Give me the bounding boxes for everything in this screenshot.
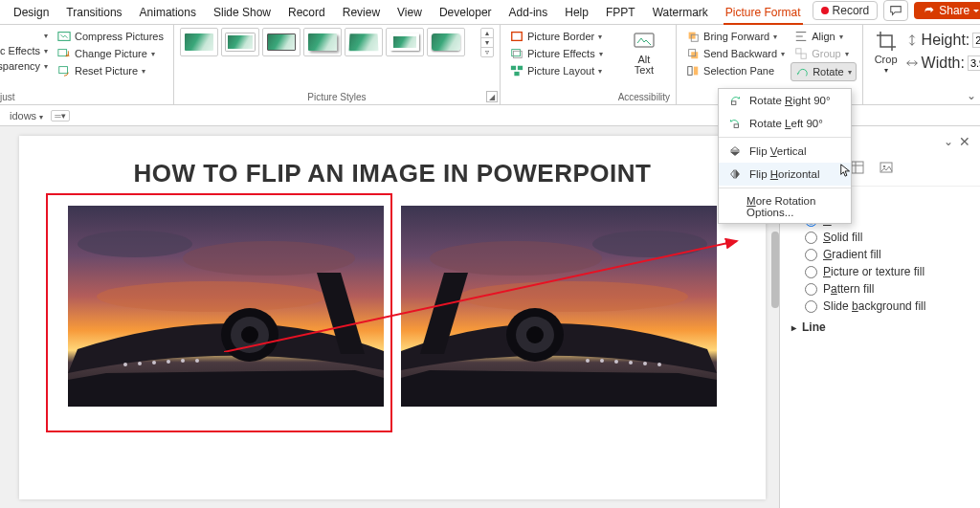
style-thumb[interactable] [427,28,465,56]
fill-pattern[interactable]: Pattern fill [805,282,969,296]
width-label: Width: [922,55,965,72]
group-label-adjust: just [0,90,167,102]
record-button[interactable]: Record [813,1,879,20]
crop-button[interactable]: Crop▾ [869,28,903,77]
compress-pictures-button[interactable]: Compress Pictures [54,28,167,45]
transparency-split[interactable]: sparency▾ [0,58,52,74]
tab-fppt[interactable]: FPPT [598,2,643,24]
tab-addins[interactable]: Add-ins [501,2,556,24]
tab-watermark[interactable]: Watermark [645,2,716,24]
fill-gradient[interactable]: Gradient fill [805,248,969,261]
reset-picture-icon [57,64,71,77]
slide-image-right[interactable] [401,206,717,407]
artistic-effects-split[interactable]: tic Effects▾ [0,43,52,58]
style-gallery-scroll[interactable]: ▴ ▾ ▿ [480,28,494,57]
gallery-down-icon[interactable]: ▾ [481,37,493,47]
svg-rect-8 [514,72,519,76]
style-thumb[interactable] [180,28,218,56]
collapse-ribbon-button[interactable]: ⌄ [967,89,976,102]
comments-button[interactable] [883,0,908,21]
group-adjust: ▾ tic Effects▾ sparency▾ Compress Pictur… [0,25,174,104]
style-thumb[interactable] [221,28,259,56]
tab-record[interactable]: Record [280,2,333,24]
picture-layout-button[interactable]: Picture Layout▾ [506,62,607,79]
windows-menu[interactable]: idows ▾ [6,108,47,123]
picture-border-button[interactable]: Picture Border▾ [506,28,607,45]
pane-tab-picture[interactable] [876,157,897,178]
selection-pane-button[interactable]: Selection Pane [682,62,789,79]
slide-canvas[interactable]: HOW TO FLIP AN IMAGE IN POWERPOINT [19,136,766,499]
rotate-button[interactable]: Rotate▾ [791,62,856,81]
line-section-header[interactable]: ▸Line [791,320,969,334]
picture-effects-button[interactable]: Picture Effects▾ [506,45,607,62]
svg-point-32 [195,359,199,363]
rotate-left-icon [728,117,742,130]
group-picture-styles: ▴ ▾ ▿ Picture Styles ◢ [174,25,501,104]
pane-close-button[interactable]: ✕ [959,134,970,149]
selection-pane-icon [686,64,700,77]
flip-horizontal[interactable]: Flip Horizontal [719,163,851,186]
fill-picture[interactable]: Picture or texture fill [805,265,969,278]
style-thumb[interactable] [345,28,383,56]
width-field[interactable]: Width: ▴▾ [905,55,980,72]
tab-animations[interactable]: Animations [132,2,204,24]
fill-slidebg[interactable]: Slide background fill [805,299,969,313]
svg-rect-14 [688,67,692,76]
height-field[interactable]: Height: ▴▾ [905,32,980,49]
record-dot-icon [821,7,829,14]
svg-rect-17 [801,54,806,58]
bring-forward-button[interactable]: Bring Forward▾ [682,28,789,45]
scrollbar-thumb[interactable] [771,232,779,308]
reset-picture-button[interactable]: Reset Picture▾ [54,62,167,79]
rotate-right-90[interactable]: Rotate Right 90° [719,89,851,112]
send-backward-button[interactable]: Send Backward▾ [682,45,789,62]
rotate-dropdown: Rotate Right 90° Rotate Left 90° Flip Ve… [718,88,852,224]
slide-title: HOW TO FLIP AN IMAGE IN POWERPOINT [19,159,766,188]
flip-vertical-icon [728,144,742,158]
svg-rect-19 [734,124,738,128]
tab-picture-format[interactable]: Picture Format [718,2,809,24]
svg-rect-1 [58,50,67,56]
picture-style-gallery[interactable] [180,28,477,57]
gallery-up-icon[interactable]: ▴ [481,29,493,37]
gallery-more-icon[interactable]: ▿ [481,47,493,56]
tab-transitions[interactable]: Transitions [58,2,129,24]
alt-text-button[interactable]: AltText [618,28,670,77]
flip-vertical[interactable]: Flip Vertical [719,140,851,163]
change-picture-button[interactable]: Change Picture▾ [54,45,167,62]
styles-dialog-launcher[interactable]: ◢ [486,91,498,102]
width-input[interactable] [968,55,980,71]
svg-rect-15 [694,67,698,76]
style-thumb[interactable] [262,28,301,56]
fill-solid[interactable]: Solid fill [805,231,969,244]
alt-text-icon [633,30,656,53]
rotate-icon [795,65,809,78]
tab-design[interactable]: Design [6,2,56,24]
airplane-sunset-image [68,206,384,407]
style-thumb[interactable] [303,28,342,56]
share-button[interactable]: Share [914,2,980,19]
qat-overflow[interactable]: ═▾ [51,110,69,121]
more-rotation-options[interactable]: More Rotation Options... [719,190,851,223]
svg-point-26 [241,326,258,343]
effects-icon [510,47,523,60]
align-button[interactable]: Align▾ [791,28,856,45]
svg-point-39 [526,326,544,343]
ribbon-tabstrip: Design Transitions Animations Slide Show… [0,0,980,25]
style-thumb[interactable] [386,28,424,56]
tab-developer[interactable]: Developer [432,2,500,24]
pane-options-button[interactable]: ⌄ [944,135,953,148]
corrections-split[interactable]: ▾ [33,28,52,43]
svg-point-45 [586,359,590,363]
group-accessibility: AltText Accessibility [612,25,677,104]
share-icon [924,5,935,16]
height-input[interactable] [972,33,980,48]
tab-help[interactable]: Help [557,2,596,24]
group-size: Crop▾ Height: ▴▾ Width: ▴▾ ◢ [863,25,980,104]
rotate-left-90[interactable]: Rotate Left 90° [719,112,851,135]
tab-review[interactable]: Review [335,2,388,24]
tab-slideshow[interactable]: Slide Show [206,2,278,24]
slide-image-left[interactable] [68,206,384,407]
svg-rect-10 [689,33,696,39]
tab-view[interactable]: View [390,2,430,24]
